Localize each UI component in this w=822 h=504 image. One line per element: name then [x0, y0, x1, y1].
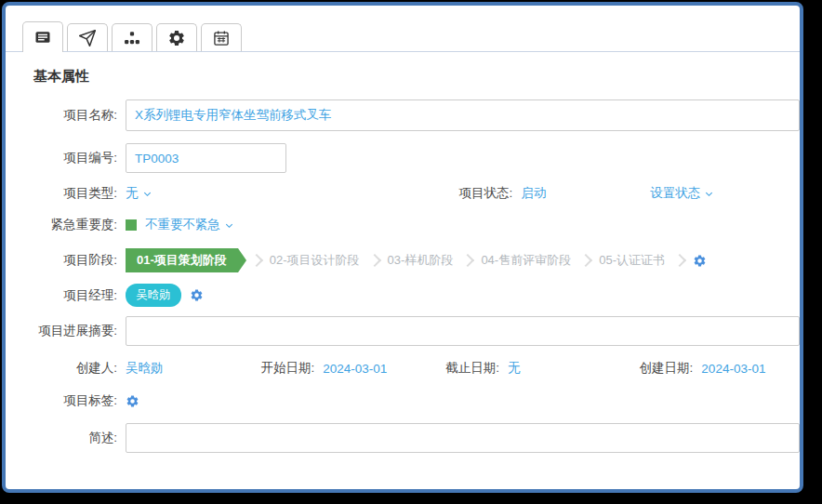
creator-label: 创建人: — [6, 360, 126, 377]
end-date-label: 截止日期: — [445, 360, 508, 377]
tab-settings[interactable] — [156, 23, 197, 51]
manager-label: 项目经理: — [6, 287, 126, 304]
project-status-label: 项目状态: — [459, 185, 522, 202]
brief-row: 简述: — [6, 423, 787, 453]
project-code-row: 项目编号: — [6, 143, 787, 173]
tab-bar — [6, 6, 800, 52]
app-window: 基本属性 项目名称: 项目编号: 项目类型: 无 项目状态: 启动 设置状态 紧… — [2, 2, 803, 493]
chevron-down-icon — [142, 189, 152, 199]
urgency-label: 紧急重要度: — [6, 217, 126, 233]
tags-row: 项目标签: — [6, 392, 787, 409]
project-code-input[interactable] — [126, 143, 286, 173]
gear-icon — [126, 394, 139, 408]
manager-row: 项目经理: 吴晗勋 — [6, 284, 787, 307]
project-name-input[interactable] — [126, 99, 800, 131]
type-status-row: 项目类型: 无 项目状态: 启动 设置状态 — [6, 185, 787, 202]
urgency-select[interactable]: 不重要不紧急 — [126, 217, 234, 233]
urgency-color-marker — [126, 219, 137, 231]
progress-summary-input[interactable] — [126, 316, 800, 346]
chevron-down-icon — [704, 189, 714, 199]
creator-value: 吴晗勋 — [126, 360, 164, 377]
stage-item[interactable]: 02-项目设计阶段 — [270, 252, 360, 269]
tab-form[interactable] — [22, 21, 63, 52]
basic-properties-form: 项目名称: 项目编号: 项目类型: 无 项目状态: 启动 设置状态 紧急重要度: — [6, 99, 800, 453]
stages-label: 项目阶段: — [6, 252, 126, 269]
send-icon — [78, 29, 97, 47]
stage-item-active[interactable]: 01-项目策划阶段 — [126, 248, 238, 272]
stages-row: 项目阶段: 01-项目策划阶段 02-项目设计阶段 03-样机阶段 04-售前评… — [6, 248, 787, 272]
start-date-value[interactable]: 2024-03-01 — [323, 362, 387, 376]
project-status-value: 启动 — [521, 185, 546, 202]
brief-input[interactable] — [126, 423, 800, 453]
dates-row: 创建人: 吴晗勋 开始日期: 2024-03-01 截止日期: 无 创建日期: … — [6, 360, 787, 377]
manager-settings-button[interactable] — [190, 288, 204, 302]
project-name-label: 项目名称: — [6, 107, 126, 124]
stage-breadcrumb: 01-项目策划阶段 02-项目设计阶段 03-样机阶段 04-售前评审阶段 05… — [126, 248, 707, 272]
project-type-label: 项目类型: — [6, 185, 126, 202]
project-name-row: 项目名称: — [6, 99, 787, 131]
gear-icon — [190, 288, 204, 302]
set-status-action[interactable]: 设置状态 — [650, 185, 714, 202]
create-date-label: 创建日期: — [640, 360, 702, 377]
tab-sitemap[interactable] — [112, 23, 152, 51]
stage-separator-icon — [368, 254, 381, 267]
progress-summary-row: 项目进展摘要: — [6, 316, 787, 346]
form-icon — [33, 28, 52, 46]
gear-icon — [167, 29, 186, 47]
stage-item[interactable]: 04-售前评审阶段 — [481, 252, 571, 269]
stage-separator-icon — [250, 254, 263, 267]
stage-item[interactable]: 05-认证证书 — [599, 252, 665, 269]
tab-calendar[interactable] — [201, 23, 242, 51]
project-code-label: 项目编号: — [6, 150, 126, 166]
chevron-down-icon — [224, 220, 234, 231]
start-date-label: 开始日期: — [261, 360, 324, 377]
page-title: 基本属性 — [6, 52, 800, 99]
calendar-icon — [212, 29, 231, 47]
stage-item[interactable]: 03-样机阶段 — [388, 252, 454, 269]
stages-settings-button[interactable] — [693, 254, 707, 268]
create-date-value: 2024-03-01 — [701, 362, 765, 376]
stage-separator-icon — [579, 254, 592, 267]
manager-tag[interactable]: 吴晗勋 — [126, 284, 181, 307]
tags-label: 项目标签: — [6, 392, 126, 409]
stage-separator-icon — [673, 254, 686, 267]
sitemap-icon — [123, 29, 141, 47]
tags-settings-button[interactable] — [126, 394, 139, 408]
end-date-value[interactable]: 无 — [508, 360, 521, 377]
brief-label: 简述: — [6, 430, 126, 446]
project-type-select[interactable]: 无 — [126, 185, 152, 202]
tab-send[interactable] — [67, 23, 108, 51]
gear-icon — [693, 254, 707, 268]
progress-summary-label: 项目进展摘要: — [6, 323, 126, 339]
urgency-row: 紧急重要度: 不重要不紧急 — [6, 217, 787, 233]
stage-separator-icon — [461, 254, 474, 267]
